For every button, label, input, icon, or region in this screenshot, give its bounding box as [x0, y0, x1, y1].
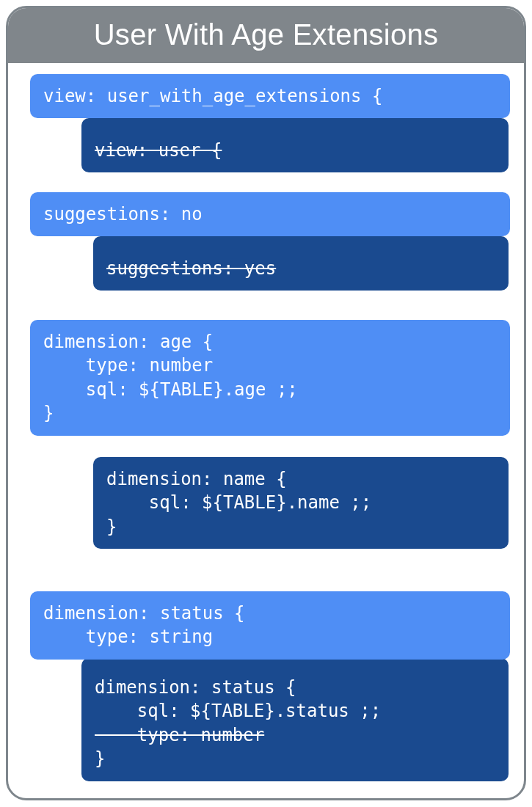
- block-dimension-status-old: dimension: status { sql: ${TABLE}.status…: [81, 658, 509, 781]
- block-suggestions-yes-overridden: suggestions: yes: [93, 236, 509, 291]
- block-suggestions-no: suggestions: no: [30, 192, 510, 236]
- diagram-card: User With Age Extensions view: user_with…: [6, 6, 526, 800]
- overridden-text: view: user {: [95, 140, 222, 161]
- block-dimension-status-new: dimension: status { type: string: [30, 591, 510, 660]
- code-line: }: [95, 748, 105, 769]
- overridden-text: suggestions: yes: [106, 258, 276, 279]
- block-dimension-name: dimension: name { sql: ${TABLE}.name ;; …: [93, 457, 509, 549]
- block-view-user-overridden: view: user {: [81, 118, 509, 172]
- diagram-body: view: user_with_age_extensions { view: u…: [8, 63, 524, 98]
- overridden-text: type: number: [95, 725, 264, 745]
- code-line: dimension: status {: [95, 677, 296, 698]
- block-view-extension: view: user_with_age_extensions {: [30, 74, 510, 118]
- card-title: User With Age Extensions: [8, 8, 524, 63]
- block-dimension-age: dimension: age { type: number sql: ${TAB…: [30, 320, 510, 436]
- code-line: sql: ${TABLE}.status ;;: [95, 701, 381, 721]
